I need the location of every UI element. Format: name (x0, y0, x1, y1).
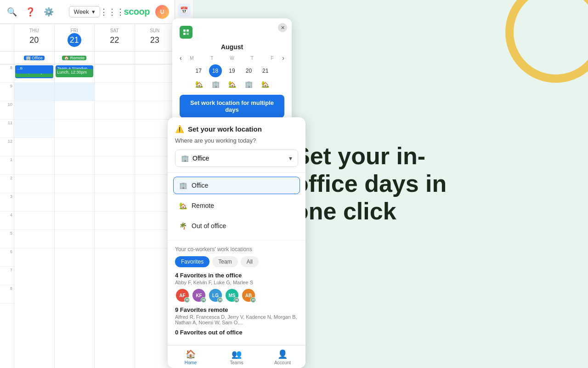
day-name-thu: THU (29, 28, 39, 33)
day-name-sat: SAT (110, 28, 119, 33)
toolbar: 🔍 ❓ ⚙️ Week ▾ ⋮⋮⋮ scoop U (0, 0, 175, 24)
col-sat: SAT 22 (94, 24, 135, 51)
mini-day-17[interactable]: 17 (192, 64, 205, 77)
day-name-sun: SUN (150, 28, 159, 33)
settings-icon[interactable]: ⚙️ (42, 6, 55, 18)
week-label: Week (74, 8, 89, 15)
scoop-logo: scoop (124, 6, 150, 17)
next-month-button[interactable]: › (282, 54, 284, 62)
option-office[interactable]: 🏢 Office (173, 177, 300, 194)
scoop-badge (180, 26, 192, 39)
avatar-ms: MS🏢 (225, 288, 239, 303)
week-selector[interactable]: Week ▾ (69, 6, 100, 17)
nav-home[interactable]: 🏠 Home (168, 347, 214, 367)
account-icon: 👤 (277, 349, 288, 359)
office-icon: 🏢 (179, 182, 187, 189)
tab-all[interactable]: All (241, 256, 259, 267)
icon-20: 🏢 (240, 79, 257, 89)
group-remote: 9 Favorites remote Alfred R, Francesca D… (175, 306, 298, 325)
thu-status-chip: 🏢 Office (14, 52, 54, 64)
filter-tabs: Favorites Team All (175, 256, 298, 267)
fri-status-chip: 🏠 Remote (54, 52, 95, 64)
nav-teams[interactable]: 👥 Teams (214, 347, 260, 367)
svg-rect-0 (183, 29, 186, 32)
event-lunch-fri[interactable]: Lunch, 12:30pm (56, 69, 94, 77)
bottom-navigation: 🏠 Home 👥 Teams 👤 Account (168, 345, 305, 368)
group-remote-title: 9 Favorites remote (175, 306, 298, 313)
group-oof-title: 0 Favorites out of office (175, 329, 298, 336)
location-options: 🏢 Office 🏡 Remote 🌴 Out of office (168, 173, 305, 240)
help-icon[interactable]: ❓ (24, 6, 37, 18)
col-sun: SUN 23 (135, 24, 175, 51)
coworkers-section: Your co-workers' work locations Favorite… (168, 240, 305, 345)
day-num-sun: 23 (148, 33, 162, 47)
group-office-title: 4 Favorites in the office (175, 272, 298, 279)
avatar-kf: KF🏢 (192, 288, 206, 303)
day-num-sat: 22 (107, 33, 121, 47)
grid-icon[interactable]: ⋮⋮⋮ (106, 6, 119, 18)
svg-rect-1 (187, 29, 189, 32)
location-question: Where are you working today? (175, 137, 298, 144)
option-remote[interactable]: 🏡 Remote (173, 197, 300, 214)
popup-close-button[interactable]: ✕ (278, 23, 287, 32)
option-out-of-office-label: Out of office (192, 222, 226, 230)
day-header-t1: T (202, 55, 222, 62)
svg-rect-3 (187, 33, 189, 35)
time-column: 8 9 10 11 12 1 2 3 4 5 6 7 8 (0, 64, 14, 368)
group-remote-names: Alfred R, Francesca D, Jerry V, Kadence … (175, 314, 298, 325)
icon-21: 🏡 (257, 79, 273, 89)
avatar-lg: LG🏢 (208, 288, 223, 303)
location-picker-popup: ⚠️ Set your work location Where are you … (168, 117, 305, 368)
option-office-label: Office (192, 182, 208, 189)
side-calendar-icon[interactable]: 📅 (178, 4, 191, 17)
option-out-of-office[interactable]: 🌴 Out of office (173, 217, 300, 235)
office-building-icon: 🏢 (181, 155, 189, 162)
col-fri: FRI 21 (54, 24, 95, 51)
event-flow-thu[interactable]: ...B (15, 65, 53, 74)
group-office-names: Abby F, Kelvin F, Luke G, Marlee S (175, 280, 298, 285)
set-location-button[interactable]: Set work location for multiple days (180, 95, 284, 118)
sun-status-chip (135, 52, 175, 64)
calendar-header: THU 20 FRI 21 SAT 22 SUN 23 (0, 24, 175, 52)
calendar-section: 🔍 ❓ ⚙️ Week ▾ ⋮⋮⋮ scoop U THU 20 FRI 21 … (0, 0, 175, 368)
col-thu: THU 20 (14, 24, 54, 51)
warning-icon: ⚠️ (175, 125, 184, 133)
out-of-office-icon: 🌴 (179, 222, 187, 230)
day-header-w: W (222, 55, 242, 62)
group-out-of-office: 0 Favorites out of office (175, 329, 298, 336)
day-header-m: M (182, 55, 202, 62)
location-picker-header: ⚠️ Set your work location Where are you … (168, 117, 305, 173)
sat-status-chip (94, 52, 135, 64)
fri-column: Team A Standup, 9:0 Lunch, 12:30pm (54, 64, 95, 368)
group-office: 4 Favorites in the office Abby F, Kelvin… (175, 272, 298, 303)
day-name-fri: FRI (71, 28, 78, 33)
selected-location-label: Office (192, 155, 209, 162)
mini-day-20[interactable]: 20 (242, 64, 255, 77)
mini-day-19[interactable]: 19 (226, 64, 238, 77)
decoration-circle (505, 0, 588, 83)
mini-day-21[interactable]: 21 (259, 64, 272, 77)
nav-teams-label: Teams (230, 360, 243, 365)
time-gutter (0, 24, 14, 51)
avatar-af: AF🏢 (175, 288, 190, 303)
month-label: August (180, 43, 284, 51)
icon-17: 🏡 (191, 79, 207, 89)
tab-favorites[interactable]: Favorites (175, 256, 209, 267)
location-dropdown[interactable]: 🏢 Office ▾ (175, 150, 298, 167)
marketing-headline: Set your in-office days in one click (294, 143, 487, 225)
status-chips-row: 🏢 Office 🏠 Remote (0, 52, 175, 64)
nav-home-label: Home (185, 360, 197, 365)
nav-account[interactable]: 👤 Account (260, 347, 305, 367)
search-icon[interactable]: 🔍 (6, 6, 18, 18)
thu-column: Team A Standup, 9:0 Feedback Session 10 … (14, 64, 54, 368)
tab-team[interactable]: Team (212, 256, 237, 267)
nav-account-label: Account (274, 360, 291, 365)
sat-column (94, 64, 135, 368)
chevron-down-icon: ▾ (92, 8, 95, 15)
day-header-t2: T (242, 55, 262, 62)
popup-area: ✕ August ‹ M T W T F › 17 (172, 18, 319, 368)
icon-19: 🏡 (224, 79, 240, 89)
mini-day-18[interactable]: 18 (209, 64, 222, 77)
location-title: Set your work location (188, 125, 262, 133)
avatar-ab: AB🏢 (241, 288, 256, 303)
